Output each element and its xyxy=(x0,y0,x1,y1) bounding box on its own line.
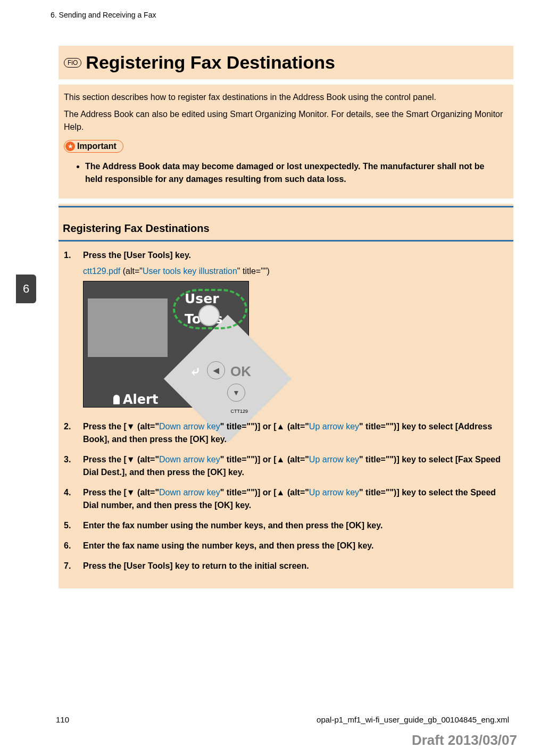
page-footer: 110 opal-p1_mf1_wi-fi_user_guide_gb_0010… xyxy=(56,715,509,724)
ok-label: OK xyxy=(230,361,251,382)
intro-section: This section describes how to register f… xyxy=(59,85,513,198)
step-2: Press the [▼ (alt="Down arrow key" title… xyxy=(64,420,508,446)
alert-icon xyxy=(113,395,120,404)
t: " title="") xyxy=(220,422,257,431)
illus-lcd xyxy=(88,298,168,357)
pdf-link[interactable]: ctt129.pdf xyxy=(83,267,120,276)
ref-alt-text: User tools key illustration xyxy=(143,267,237,276)
down-arrow-icon: ▼ xyxy=(127,488,135,497)
t: (alt=" xyxy=(135,488,159,497)
t: (alt=" xyxy=(285,422,309,431)
draft-stamp: Draft 2013/03/07 xyxy=(412,732,517,749)
t: (alt=" xyxy=(135,422,159,431)
step-1: Press the [User Tools] key. ctt129.pdf (… xyxy=(64,249,508,408)
star-icon: ★ xyxy=(65,142,75,151)
step-7: Press the [User Tools] key to return to … xyxy=(64,560,508,572)
t: ] or [ xyxy=(257,422,277,431)
t: ] or [ xyxy=(257,455,277,464)
t: " title="") xyxy=(359,488,396,497)
important-label-text: Important xyxy=(77,142,117,151)
up-arrow-icon: ▲ xyxy=(277,455,285,464)
back-icon: ⤶ xyxy=(190,362,201,381)
up-arrow-alt: Up arrow key xyxy=(309,455,359,464)
section-heading: Registering Fax Destinations xyxy=(59,218,513,238)
divider xyxy=(59,79,513,85)
t: " title="") xyxy=(359,455,396,464)
divider xyxy=(59,198,513,204)
up-arrow-alt: Up arrow key xyxy=(309,488,359,497)
step-3: Press the [▼ (alt="Down arrow key" title… xyxy=(64,453,508,479)
section-rule-top xyxy=(59,206,513,207)
image-reference: ctt129.pdf (alt="User tools key illustra… xyxy=(83,265,508,278)
t: " title="") xyxy=(359,422,396,431)
up-arrow-icon: ▲ xyxy=(277,422,285,431)
t: " title="") xyxy=(220,488,257,497)
down-arrow-alt: Down arrow key xyxy=(159,455,220,464)
down-arrow-icon: ▼ xyxy=(127,422,135,431)
t: Press the [ xyxy=(83,455,127,464)
ref-alt-prefix: (alt=" xyxy=(120,267,143,276)
t: ] or [ xyxy=(257,488,277,497)
main-content: FiO Registering Fax Destinations This se… xyxy=(59,46,513,588)
step-list: Press the [User Tools] key. ctt129.pdf (… xyxy=(64,249,508,572)
page-title-bar: FiO Registering Fax Destinations xyxy=(59,46,513,79)
ref-tail: " title="") xyxy=(237,267,270,276)
dpad-down-icon: ▼ xyxy=(227,384,245,402)
t: Press the [ xyxy=(83,488,127,497)
alert-text: Alert xyxy=(123,390,158,409)
t: (alt=" xyxy=(285,488,309,497)
page-title: Registering Fax Destinations xyxy=(86,52,335,73)
up-arrow-icon: ▲ xyxy=(277,488,285,497)
down-arrow-alt: Down arrow key xyxy=(159,422,220,431)
t: Press the [ xyxy=(83,422,127,431)
t: " title="") xyxy=(220,455,257,464)
running-head: 6. Sending and Receiving a Fax xyxy=(51,11,517,19)
t: (alt=" xyxy=(285,455,309,464)
user-tools-illustration: ◀ ▼ OK ⤶ User Tools Alert xyxy=(83,281,249,408)
step-4: Press the [▼ (alt="Down arrow key" title… xyxy=(64,486,508,512)
step-5: Enter the fax number using the number ke… xyxy=(64,519,508,532)
step-text: Press the [User Tools] key. xyxy=(83,251,191,260)
highlight-oval xyxy=(173,289,247,329)
dpad-left-icon: ◀ xyxy=(207,361,225,379)
important-list: The Address Book data may become damaged… xyxy=(85,160,508,186)
intro-paragraph: This section describes how to register f… xyxy=(64,91,508,104)
chapter-tab: 6 xyxy=(16,275,36,303)
down-arrow-alt: Down arrow key xyxy=(159,488,220,497)
steps: Press the [User Tools] key. ctt129.pdf (… xyxy=(59,242,513,588)
important-item: The Address Book data may become damaged… xyxy=(85,160,508,186)
feature-pill: FiO xyxy=(64,58,81,68)
source-filename: opal-p1_mf1_wi-fi_user_guide_gb_00104845… xyxy=(317,715,509,724)
page-number: 110 xyxy=(56,715,69,724)
t: (alt=" xyxy=(135,455,159,464)
up-arrow-alt: Up arrow key xyxy=(309,422,359,431)
important-badge: ★ Important xyxy=(64,140,123,153)
alert-label: Alert xyxy=(113,390,158,409)
intro-paragraph: The Address Book can also be edited usin… xyxy=(64,108,508,134)
illustration-caption: CTT129 xyxy=(230,408,248,416)
page: 6. Sending and Receiving a Fax FiO Regis… xyxy=(0,0,549,756)
step-6: Enter the fax name using the number keys… xyxy=(64,539,508,552)
down-arrow-icon: ▼ xyxy=(127,455,135,464)
